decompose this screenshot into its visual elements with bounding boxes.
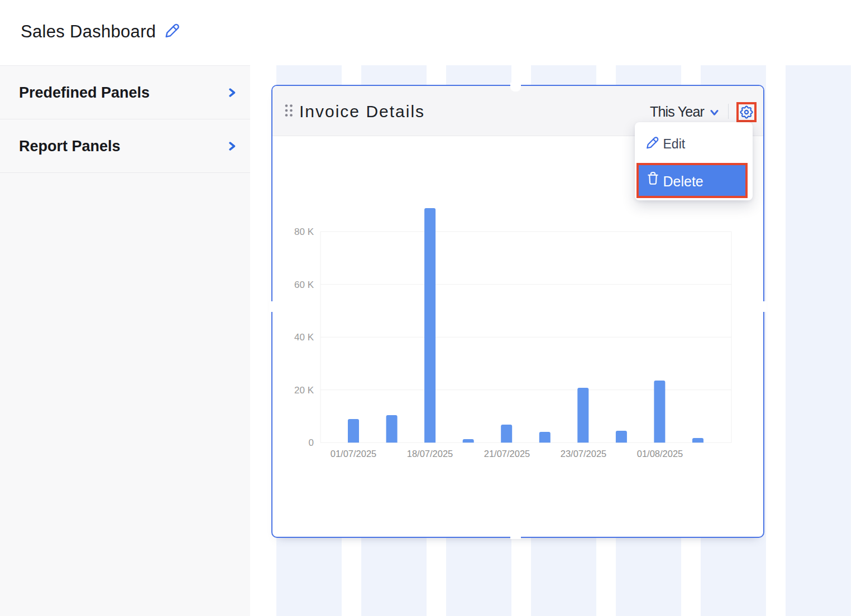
svg-text:40 K: 40 K [294,332,314,343]
svg-text:01/07/2025: 01/07/2025 [331,449,377,459]
svg-text:80 K: 80 K [294,227,314,237]
svg-text:18/07/2025: 18/07/2025 [407,449,453,459]
svg-text:01/08/2025: 01/08/2025 [637,449,683,459]
svg-text:0: 0 [309,437,314,448]
svg-text:23/07/2025: 23/07/2025 [561,449,607,459]
svg-text:21/07/2025: 21/07/2025 [484,449,530,459]
svg-text:60 K: 60 K [294,280,314,290]
svg-text:20 K: 20 K [294,385,314,396]
